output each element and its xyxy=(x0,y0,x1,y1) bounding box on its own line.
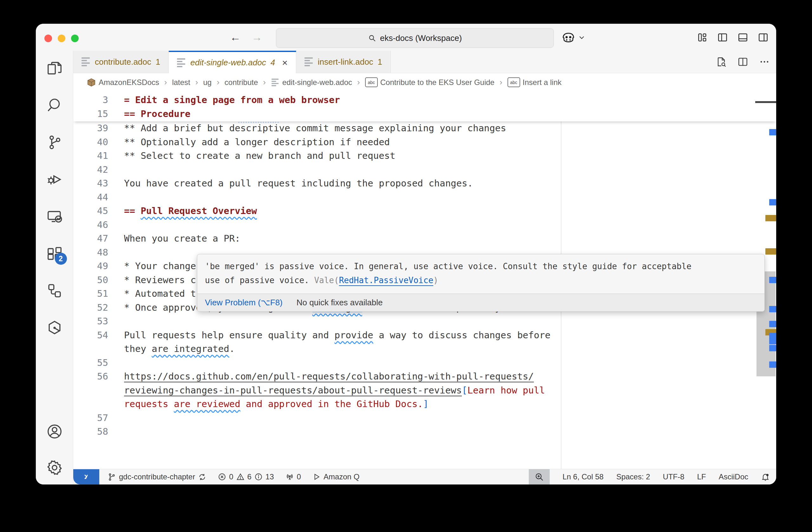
breadcrumb-item-root[interactable]: AmazonEKSDocs xyxy=(87,78,159,87)
toggle-primary-sidebar-icon[interactable] xyxy=(717,32,728,43)
extensions-icon[interactable]: 2 xyxy=(46,245,63,262)
cursor-position-item[interactable]: Ln 6, Col 58 xyxy=(562,472,603,481)
code-line[interactable]: reviewing-changes-in-pull-requests/about… xyxy=(73,384,755,398)
indentation-item[interactable]: Spaces: 2 xyxy=(616,472,650,481)
code-line[interactable]: 44 xyxy=(73,191,755,205)
explorer-icon[interactable] xyxy=(46,60,63,77)
code-segment: ** Optionally add a longer description i… xyxy=(124,137,390,147)
hierarchy-icon[interactable] xyxy=(46,282,63,299)
remote-indicator[interactable] xyxy=(73,469,99,485)
info-marker xyxy=(769,321,776,327)
line-number: 45 xyxy=(73,204,108,218)
run-debug-icon[interactable] xyxy=(46,171,63,188)
copilot-menu[interactable] xyxy=(562,24,585,51)
line-number: 46 xyxy=(73,218,108,232)
remote-explorer-icon[interactable] xyxy=(46,208,63,225)
line-text: https://docs.github.com/en/pull-requests… xyxy=(124,370,534,384)
line-number: 44 xyxy=(73,191,108,205)
toggle-panel-icon[interactable] xyxy=(738,32,748,43)
line-text: reviewing-changes-in-pull-requests/about… xyxy=(124,384,545,398)
customize-layout-icon[interactable] xyxy=(697,32,708,43)
breadcrumb-separator: › xyxy=(263,77,266,87)
code-line[interactable]: 47When you create a PR: xyxy=(73,232,755,246)
breadcrumb-item[interactable]: latest xyxy=(172,78,190,87)
adoc-file-icon xyxy=(82,57,90,66)
sticky-line[interactable]: 15 == Procedure xyxy=(73,107,776,121)
eol-item[interactable]: LF xyxy=(697,472,706,481)
code-line[interactable]: 43You have created a pull request includ… xyxy=(73,177,755,191)
notifications-item[interactable] xyxy=(761,472,770,481)
code-line[interactable]: 53 xyxy=(73,314,755,328)
breadcrumb-item-file[interactable]: edit-single-web.adoc xyxy=(271,78,352,87)
minimize-window-button[interactable] xyxy=(58,34,66,42)
line-number xyxy=(73,397,108,411)
code-line[interactable]: requests are reviewed and approved in th… xyxy=(73,397,755,411)
line-number: 55 xyxy=(73,356,108,370)
breadcrumb-item-symbol[interactable]: abc Insert a link xyxy=(508,77,562,87)
code-line[interactable]: they are integrated. xyxy=(73,342,755,356)
settings-gear-icon[interactable] xyxy=(46,459,63,476)
tab-edit-single-web-adoc[interactable]: edit-single-web.adoc 4 × xyxy=(169,51,296,73)
more-actions-icon[interactable] xyxy=(759,56,770,67)
split-editor-icon[interactable] xyxy=(738,56,748,67)
info-marker xyxy=(769,338,776,344)
breadcrumb-item-symbol[interactable]: abc Contribute to the EKS User Guide xyxy=(365,77,494,87)
code-line[interactable]: 39** Add a brief but descriptive commit … xyxy=(73,121,755,135)
adoc-file-icon xyxy=(177,58,186,67)
problems-status-item[interactable]: 0 6 13 xyxy=(218,472,274,481)
close-tab-icon[interactable]: × xyxy=(282,57,288,68)
code-line[interactable]: 54Pull requests help ensure quality and … xyxy=(73,328,755,342)
ports-status-item[interactable]: 0 xyxy=(286,472,301,481)
accounts-icon[interactable] xyxy=(46,423,63,440)
code-line[interactable]: 55 xyxy=(73,356,755,370)
view-problem-link[interactable]: View Problem (⌥F8) xyxy=(205,298,282,308)
amazon-q-status-item[interactable]: Amazon Q xyxy=(313,472,359,481)
back-icon[interactable]: ← xyxy=(230,31,241,43)
code-segment: * Reviewers c xyxy=(124,275,196,285)
code-segment: are integrated xyxy=(151,343,229,354)
code-segment: == xyxy=(124,205,141,216)
language-mode-item[interactable]: AsciiDoc xyxy=(719,472,748,481)
code-line[interactable]: 46 xyxy=(73,218,755,232)
code-segment: [ xyxy=(462,385,467,396)
tab-label: contribute.adoc xyxy=(95,57,151,67)
encoding-item[interactable]: UTF-8 xyxy=(663,472,684,481)
zoom-status-item[interactable] xyxy=(529,469,550,485)
sync-icon xyxy=(198,473,206,481)
source-control-icon[interactable] xyxy=(46,134,63,151)
search-sidebar-icon[interactable] xyxy=(46,97,63,114)
line-number: 52 xyxy=(73,301,108,315)
command-center-search[interactable]: eks-docs (Workspace) xyxy=(276,28,554,48)
editor[interactable]: 39** Add a brief but descriptive commit … xyxy=(73,91,776,469)
amazon-q-icon[interactable] xyxy=(46,319,63,336)
close-window-button[interactable] xyxy=(44,34,52,42)
sticky-scroll[interactable]: 3 = Edit a single page from a web browse… xyxy=(73,91,776,121)
line-number: 58 xyxy=(73,425,108,439)
code-line[interactable]: 45== Pull Request Overview xyxy=(73,204,755,218)
forward-icon[interactable]: → xyxy=(251,31,262,43)
branch-status-item[interactable]: gdc-contribute-chapter xyxy=(107,472,206,481)
line-number: 15 xyxy=(73,107,108,121)
tab-problem-count: 1 xyxy=(156,57,160,67)
breadcrumb-separator: › xyxy=(195,77,198,87)
tab-insert-link-adoc[interactable]: insert-link.adoc 1 xyxy=(296,51,391,73)
code-line[interactable]: 56https://docs.github.com/en/pull-reques… xyxy=(73,370,755,384)
maximize-window-button[interactable] xyxy=(71,34,79,42)
code-line[interactable]: 42 xyxy=(73,163,755,177)
status-bar: gdc-contribute-chapter 0 6 13 0 xyxy=(73,469,776,485)
breadcrumb-item[interactable]: contribute xyxy=(224,78,258,87)
vale-rule-link[interactable]: RedHat.PassiveVoice xyxy=(339,276,433,285)
code-line[interactable]: 57 xyxy=(73,411,755,425)
tab-contribute-adoc[interactable]: contribute.adoc 1 xyxy=(73,51,169,73)
toggle-secondary-sidebar-icon[interactable] xyxy=(758,32,769,43)
sticky-line[interactable]: 3 = Edit a single page from a web browse… xyxy=(73,93,776,107)
code-segment: ** Add a brief but descriptive commit me… xyxy=(124,123,506,133)
code-line[interactable]: 40** Optionally add a longer description… xyxy=(73,135,755,149)
line-number: 39 xyxy=(73,121,108,135)
line-number: 49 xyxy=(73,259,108,273)
breadcrumb-item[interactable]: ug xyxy=(203,78,212,87)
open-preview-icon[interactable] xyxy=(716,56,727,67)
code-line[interactable]: 41** Select to create a new branch and p… xyxy=(73,149,755,163)
line-text: ** Add a brief but descriptive commit me… xyxy=(124,121,506,135)
code-line[interactable]: 58 xyxy=(73,425,755,439)
